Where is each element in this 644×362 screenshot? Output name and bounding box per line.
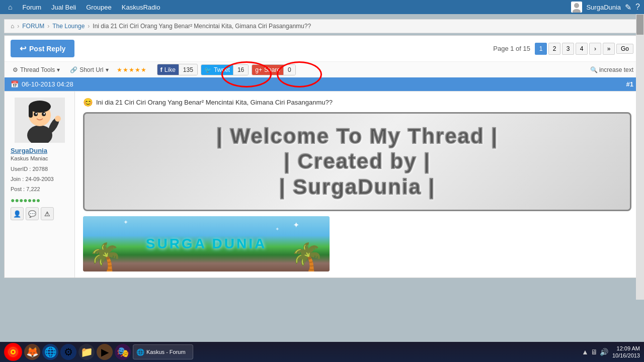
browser-icon: 🌐 <box>136 348 144 356</box>
share-button[interactable]: g+ Share 0 <box>252 64 295 75</box>
taskbar-firefox[interactable]: 🦊 <box>24 344 40 360</box>
user-quote-icon[interactable]: 💬 <box>26 207 39 220</box>
post-emoji: 😊 <box>83 98 93 107</box>
ie-icon: ⚙ <box>64 346 73 358</box>
taskbar-misc[interactable]: 🎭 <box>115 344 131 360</box>
svg-point-15 <box>12 351 14 353</box>
page-btn-2[interactable]: 2 <box>548 43 560 55</box>
post-title-text: Ini dia 21 Ciri Ciri Orang Yang Benar² M… <box>96 99 333 106</box>
link-icon: 🔗 <box>70 66 77 73</box>
taskbar-ie[interactable]: ⚙ <box>60 344 76 360</box>
user-action-icons: 👤 💬 ⚠ <box>11 207 68 220</box>
user-sidebar: SurgaDunia Kaskus Maniac UserID : 20788 … <box>5 92 75 278</box>
short-url-label: Short Url <box>79 66 103 73</box>
gear-icon: ⚙ <box>13 66 18 73</box>
nav-forum[interactable]: Forum <box>18 4 45 11</box>
volume-icon[interactable]: 🔊 <box>600 348 608 356</box>
firefox-icon: 🦊 <box>26 346 39 358</box>
page-btn-1[interactable]: 1 <box>535 43 547 55</box>
post-reply-button[interactable]: ↩ Post Reply <box>11 40 74 57</box>
thread-tools-dropdown-icon: ▾ <box>57 66 60 73</box>
network-icon: 🖥 <box>591 348 598 356</box>
rating-stars[interactable]: ★★★★★ <box>117 66 147 73</box>
svg-rect-6 <box>29 105 33 118</box>
chrome-icon: 🌐 <box>44 346 57 358</box>
tw-label: 🐦 Tweet <box>201 65 233 75</box>
post-reply-arrow-icon: ↩ <box>20 44 26 53</box>
nav-kaskusradio[interactable]: KaskusRadio <box>118 4 165 11</box>
post-title-line: 😊 Ini dia 21 Ciri Ciri Orang Yang Benar²… <box>83 98 631 107</box>
page-btn-4[interactable]: 4 <box>576 43 588 55</box>
svg-point-0 <box>574 3 579 8</box>
post-row: Post : 7,222 <box>11 185 68 195</box>
taskbar-right: ▲ 🖥 🔊 12:09 AM 10/16/2013 <box>582 345 640 359</box>
tweet-count: 16 <box>233 65 248 75</box>
short-url-dropdown-icon: ▾ <box>106 66 109 73</box>
taskbar-date-text: 10/16/2013 <box>612 352 640 359</box>
share-icon: g+ <box>255 66 262 73</box>
forum-area: ↩ Post Reply Page 1 of 15 1 2 3 4 › » Go… <box>4 35 640 278</box>
home-nav-icon[interactable]: ⌂ <box>4 3 16 11</box>
welcome-line-2: | Created by | <box>95 149 620 174</box>
taskbar-time-text: 12:09 AM <box>612 345 640 352</box>
scrollbar-thumb[interactable] <box>636 15 643 35</box>
svg-point-10 <box>43 113 45 115</box>
social-buttons: f Like 135 🐦 Tweet 16 g <box>157 64 296 75</box>
taskbar-clock: 12:09 AM 10/16/2013 <box>612 345 640 359</box>
taskbar-sys-icons: ▲ 🖥 🔊 <box>582 348 608 356</box>
rep-stars: ●●●●●●● <box>11 196 68 204</box>
nav-username: SurgaDunia <box>586 4 621 11</box>
user-title: Kaskus Maniac <box>11 155 68 161</box>
twitter-bird-icon: 🐦 <box>204 66 212 73</box>
user-profile-icon[interactable]: 👤 <box>11 207 24 220</box>
media-icon: ▶ <box>101 346 109 358</box>
page-btn-3[interactable]: 3 <box>562 43 574 55</box>
taskbar: 🦊 🌐 ⚙ 📁 ▶ 🎭 🌐 Kaskus - Forum ▲ 🖥 🔊 <box>0 342 644 362</box>
page-last-icon[interactable]: » <box>603 43 615 55</box>
show-hidden-icon[interactable]: ▲ <box>582 348 589 356</box>
breadcrumb-sep-3: › <box>88 23 90 30</box>
welcome-line-3: | SurgaDunia | <box>95 174 620 200</box>
increase-text-button[interactable]: 🔍 increase text <box>590 66 633 73</box>
taskbar-media[interactable]: ▶ <box>97 344 113 360</box>
misc-icon: 🎭 <box>117 346 129 358</box>
thread-tools-button[interactable]: ⚙ Thread Tools ▾ <box>11 65 62 75</box>
nav-help-icon[interactable]: ? <box>635 3 640 12</box>
post-date: 📅 06-10-2013 04:28 <box>11 80 73 88</box>
go-button[interactable]: Go <box>616 44 633 54</box>
taskbar-active-window[interactable]: 🌐 Kaskus - Forum <box>133 344 193 359</box>
post-reply-label: Post Reply <box>29 45 65 53</box>
post-content-row: SurgaDunia Kaskus Maniac UserID : 20788 … <box>5 91 639 278</box>
active-window-title: Kaskus - Forum <box>146 349 186 355</box>
scrollbar-track[interactable] <box>636 14 644 300</box>
sh-label: g+ Share <box>252 65 283 75</box>
taskbar-explorer[interactable]: 📁 <box>78 344 95 360</box>
nav-jualbeli[interactable]: Jual Beli <box>47 4 80 11</box>
taskbar-chrome[interactable]: 🌐 <box>42 344 58 360</box>
facebook-like-button[interactable]: f Like 135 <box>157 64 198 75</box>
welcome-banner: | Welcome To My Thread | | Created by | … <box>83 112 631 211</box>
svg-point-1 <box>573 9 581 13</box>
fb-like-text: Like <box>165 66 176 73</box>
nav-groupee[interactable]: Groupee <box>82 4 116 11</box>
breadcrumb-home-icon[interactable]: ⌂ <box>11 23 14 30</box>
breadcrumb-forum[interactable]: FORUM <box>22 23 44 30</box>
page-next-icon[interactable]: › <box>589 43 601 55</box>
top-nav: ⌂ Forum Jual Beli Groupee KaskusRadio Su… <box>0 0 644 14</box>
short-url-button[interactable]: 🔗 Short Url ▾ <box>68 65 110 75</box>
post-header-bar: 📅 06-10-2013 04:28 #1 <box>5 77 639 91</box>
tweet-button[interactable]: 🐦 Tweet 16 <box>201 64 249 75</box>
fb-count: 135 <box>179 65 197 75</box>
share-count: 0 <box>283 65 295 75</box>
user-avatar-svg <box>15 98 65 143</box>
breadcrumb-lounge[interactable]: The Lounge <box>52 23 85 30</box>
start-button[interactable] <box>4 343 22 361</box>
nav-edit-icon[interactable]: ✎ <box>625 3 631 12</box>
user-stats: UserID : 20788 Join : 24-09-2003 Post : <box>11 164 68 194</box>
breadcrumb-current: Ini dia 21 Ciri Ciri Orang Yang Benar² M… <box>93 23 311 30</box>
toolbar-row: ↩ Post Reply Page 1 of 15 1 2 3 4 › » Go <box>5 36 639 61</box>
user-username-link[interactable]: SurgaDunia <box>11 147 68 154</box>
user-report-icon[interactable]: ⚠ <box>41 207 54 220</box>
sub-toolbar: ⚙ Thread Tools ▾ 🔗 Short Url ▾ ★★★★★ f L… <box>5 61 639 77</box>
breadcrumb-sep-2: › <box>47 23 49 30</box>
